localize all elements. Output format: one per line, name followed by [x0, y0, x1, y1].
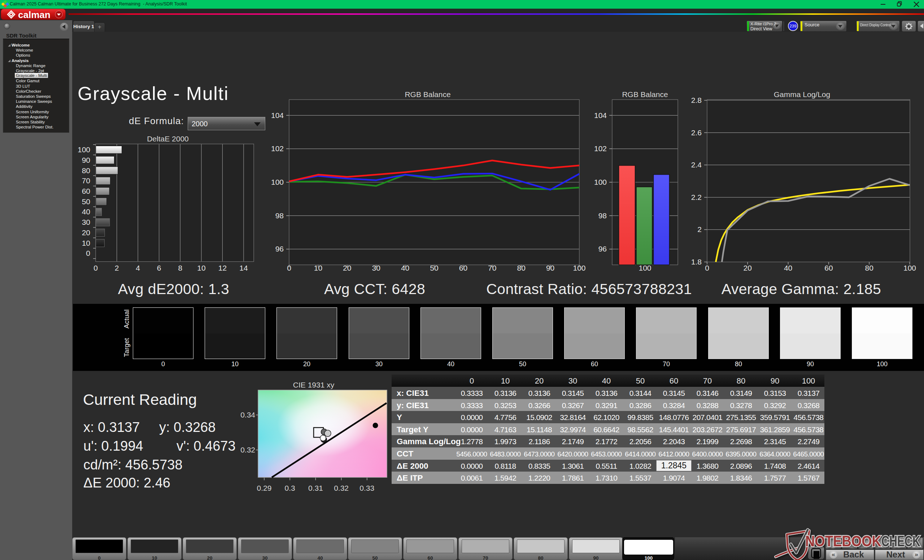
svg-text:NOTEBOOK: NOTEBOOK	[805, 532, 881, 550]
svg-text:CHECK: CHECK	[881, 532, 920, 550]
